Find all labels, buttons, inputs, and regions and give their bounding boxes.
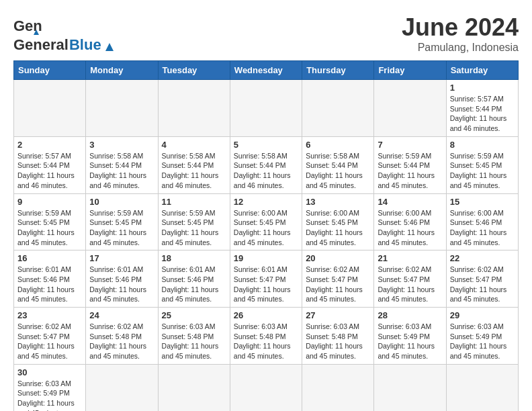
logo: General General Blue (13, 13, 116, 54)
table-row: 15 Sunrise: 6:00 AM Sunset: 5:46 PM Dayl… (446, 193, 518, 250)
table-row: 27 Sunrise: 6:03 AM Sunset: 5:48 PM Dayl… (302, 308, 374, 365)
day-info: Sunrise: 6:01 AM Sunset: 5:46 PM Dayligh… (162, 265, 226, 304)
day-number: 13 (306, 197, 370, 207)
day-number: 19 (234, 253, 298, 263)
day-number: 26 (234, 310, 298, 320)
table-row (86, 80, 158, 137)
day-number: 2 (17, 140, 82, 150)
day-info: Sunrise: 6:03 AM Sunset: 5:49 PM Dayligh… (17, 379, 82, 411)
logo-general: General (13, 36, 69, 54)
day-number: 4 (162, 140, 226, 150)
day-info: Sunrise: 5:59 AM Sunset: 5:45 PM Dayligh… (17, 208, 82, 248)
table-row: 2 Sunrise: 5:57 AM Sunset: 5:44 PM Dayli… (14, 136, 86, 193)
empty-cell (158, 364, 230, 411)
table-row: 3 Sunrise: 5:58 AM Sunset: 5:44 PM Dayli… (86, 136, 158, 193)
title-block: June 2024 Pamulang, Indonesia (402, 13, 519, 54)
table-row: 8 Sunrise: 5:59 AM Sunset: 5:45 PM Dayli… (446, 136, 518, 193)
table-row: 24 Sunrise: 6:02 AM Sunset: 5:48 PM Dayl… (86, 308, 158, 365)
day-info: Sunrise: 6:03 AM Sunset: 5:48 PM Dayligh… (234, 322, 298, 361)
empty-cell (230, 364, 302, 411)
day-number: 12 (234, 197, 298, 207)
day-info: Sunrise: 6:03 AM Sunset: 5:49 PM Dayligh… (450, 322, 515, 361)
table-row: 4 Sunrise: 5:58 AM Sunset: 5:44 PM Dayli… (158, 136, 230, 193)
day-info: Sunrise: 6:01 AM Sunset: 5:47 PM Dayligh… (234, 265, 298, 304)
table-row: 6 Sunrise: 5:58 AM Sunset: 5:44 PM Dayli… (302, 136, 374, 193)
day-number: 1 (450, 83, 515, 93)
day-info: Sunrise: 6:02 AM Sunset: 5:47 PM Dayligh… (450, 265, 515, 304)
table-row: 16 Sunrise: 6:01 AM Sunset: 5:46 PM Dayl… (14, 250, 86, 308)
table-row (230, 80, 302, 137)
header-wednesday: Wednesday (230, 61, 302, 80)
day-number: 22 (450, 253, 515, 263)
day-info: Sunrise: 6:01 AM Sunset: 5:46 PM Dayligh… (17, 265, 82, 304)
month-year-title: June 2024 (402, 13, 519, 42)
table-row: 30 Sunrise: 6:03 AM Sunset: 5:49 PM Dayl… (14, 364, 86, 411)
logo-triangle-icon (103, 39, 116, 52)
day-number: 11 (162, 197, 226, 207)
day-info: Sunrise: 6:02 AM Sunset: 5:47 PM Dayligh… (306, 265, 370, 304)
day-number: 8 (450, 140, 515, 150)
location-subtitle: Pamulang, Indonesia (402, 42, 519, 54)
calendar-table: Sunday Monday Tuesday Wednesday Thursday… (13, 60, 519, 411)
calendar-row: 2 Sunrise: 5:57 AM Sunset: 5:44 PM Dayli… (14, 136, 519, 193)
day-info: Sunrise: 5:57 AM Sunset: 5:44 PM Dayligh… (17, 151, 82, 191)
day-info: Sunrise: 5:59 AM Sunset: 5:45 PM Dayligh… (89, 208, 154, 248)
day-info: Sunrise: 6:02 AM Sunset: 5:48 PM Dayligh… (89, 322, 154, 361)
table-row: 10 Sunrise: 5:59 AM Sunset: 5:45 PM Dayl… (86, 193, 158, 250)
day-number: 21 (378, 253, 442, 263)
table-row: 28 Sunrise: 6:03 AM Sunset: 5:49 PM Dayl… (374, 308, 446, 365)
day-number: 29 (450, 310, 515, 320)
table-row (302, 80, 374, 137)
day-info: Sunrise: 5:58 AM Sunset: 5:44 PM Dayligh… (306, 151, 370, 191)
header-tuesday: Tuesday (158, 61, 230, 80)
day-number: 25 (162, 310, 226, 320)
empty-cell (86, 364, 158, 411)
table-row: 11 Sunrise: 5:59 AM Sunset: 5:45 PM Dayl… (158, 193, 230, 250)
header-thursday: Thursday (302, 61, 374, 80)
day-number: 3 (89, 140, 154, 150)
day-info: Sunrise: 6:03 AM Sunset: 5:49 PM Dayligh… (378, 322, 442, 361)
day-number: 28 (378, 310, 442, 320)
day-info: Sunrise: 5:59 AM Sunset: 5:45 PM Dayligh… (450, 151, 515, 191)
table-row (374, 80, 446, 137)
day-info: Sunrise: 5:58 AM Sunset: 5:44 PM Dayligh… (162, 151, 226, 191)
svg-text:General: General (13, 17, 42, 34)
day-number: 7 (378, 140, 442, 150)
day-info: Sunrise: 5:59 AM Sunset: 5:45 PM Dayligh… (162, 208, 226, 248)
day-number: 30 (17, 367, 82, 377)
day-number: 24 (89, 310, 154, 320)
day-number: 16 (17, 253, 82, 263)
table-row: 19 Sunrise: 6:01 AM Sunset: 5:47 PM Dayl… (230, 250, 302, 308)
day-info: Sunrise: 5:59 AM Sunset: 5:44 PM Dayligh… (378, 151, 442, 191)
day-number: 10 (89, 197, 154, 207)
day-info: Sunrise: 5:58 AM Sunset: 5:44 PM Dayligh… (234, 151, 298, 191)
empty-cell (446, 364, 518, 411)
table-row: 13 Sunrise: 6:00 AM Sunset: 5:45 PM Dayl… (302, 193, 374, 250)
day-number: 14 (378, 197, 442, 207)
table-row: 14 Sunrise: 6:00 AM Sunset: 5:46 PM Dayl… (374, 193, 446, 250)
table-row: 18 Sunrise: 6:01 AM Sunset: 5:46 PM Dayl… (158, 250, 230, 308)
empty-cell (302, 364, 374, 411)
header-monday: Monday (86, 61, 158, 80)
day-info: Sunrise: 6:00 AM Sunset: 5:45 PM Dayligh… (234, 208, 298, 248)
day-info: Sunrise: 6:00 AM Sunset: 5:46 PM Dayligh… (450, 208, 515, 248)
day-info: Sunrise: 6:03 AM Sunset: 5:48 PM Dayligh… (162, 322, 226, 361)
header-sunday: Sunday (14, 61, 86, 80)
calendar-row: 30 Sunrise: 6:03 AM Sunset: 5:49 PM Dayl… (14, 364, 519, 411)
day-number: 15 (450, 197, 515, 207)
table-row: 26 Sunrise: 6:03 AM Sunset: 5:48 PM Dayl… (230, 308, 302, 365)
table-row: 23 Sunrise: 6:02 AM Sunset: 5:47 PM Dayl… (14, 308, 86, 365)
day-info: Sunrise: 6:01 AM Sunset: 5:46 PM Dayligh… (89, 265, 154, 304)
day-info: Sunrise: 6:02 AM Sunset: 5:47 PM Dayligh… (378, 265, 442, 304)
empty-cell (374, 364, 446, 411)
day-info: Sunrise: 6:02 AM Sunset: 5:47 PM Dayligh… (17, 322, 82, 361)
calendar-row: 23 Sunrise: 6:02 AM Sunset: 5:47 PM Dayl… (14, 308, 519, 365)
day-number: 17 (89, 253, 154, 263)
svg-marker-2 (105, 43, 114, 51)
table-row: 25 Sunrise: 6:03 AM Sunset: 5:48 PM Dayl… (158, 308, 230, 365)
header-saturday: Saturday (446, 61, 518, 80)
day-number: 5 (234, 140, 298, 150)
day-number: 6 (306, 140, 370, 150)
table-row: 9 Sunrise: 5:59 AM Sunset: 5:45 PM Dayli… (14, 193, 86, 250)
table-row: 7 Sunrise: 5:59 AM Sunset: 5:44 PM Dayli… (374, 136, 446, 193)
